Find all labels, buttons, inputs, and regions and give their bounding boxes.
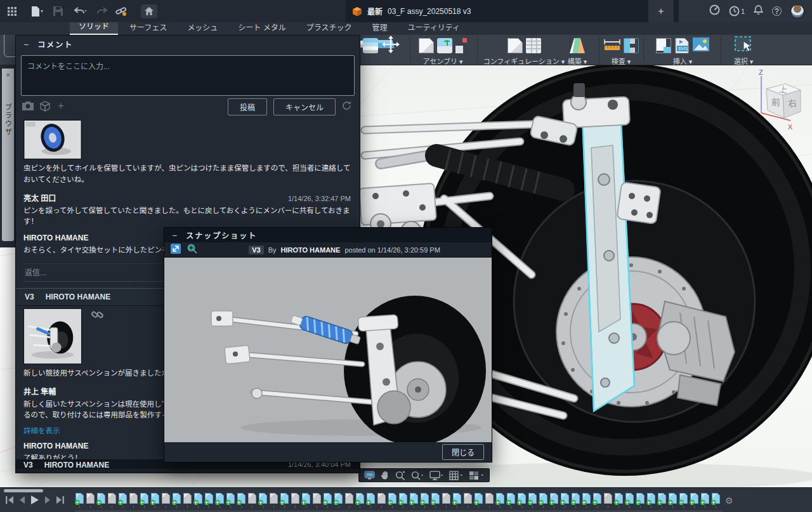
display-settings-icon[interactable] <box>429 471 443 480</box>
press-pull-icon[interactable] <box>363 38 378 53</box>
save-icon[interactable] <box>49 4 66 18</box>
configuration-group-label[interactable]: コンフィギュレーション ▾ <box>480 56 568 66</box>
timeline-feature-icon[interactable] <box>140 493 150 508</box>
move-icon[interactable] <box>381 35 400 56</box>
step-back-button[interactable] <box>18 496 26 504</box>
timeline-feature-icon[interactable] <box>312 493 323 508</box>
timeline-feature-icon[interactable] <box>258 493 269 508</box>
pan-hand-icon[interactable] <box>381 471 390 480</box>
measure-icon[interactable] <box>604 38 620 53</box>
timeline-feature-icon[interactable] <box>161 493 172 508</box>
user-avatar[interactable] <box>790 4 804 18</box>
timeline-feature-icon[interactable] <box>560 493 571 508</box>
notifications-clock-icon[interactable]: 1 <box>729 6 745 16</box>
timeline-feature-icon[interactable] <box>183 493 193 508</box>
joint-icon[interactable] <box>455 38 467 53</box>
timeline-feature-icon[interactable] <box>172 493 183 508</box>
timeline-settings-gear-icon[interactable]: ⚙ <box>725 496 733 506</box>
share-link-icon[interactable] <box>113 4 129 18</box>
insert-svg-icon[interactable]: SVG <box>674 38 690 53</box>
timeline-feature-icon[interactable] <box>129 493 140 508</box>
insert-image-icon[interactable] <box>693 37 709 54</box>
timeline-feature-icon[interactable] <box>75 493 86 508</box>
zoom-icon[interactable] <box>395 471 405 480</box>
timeline-feature-icon[interactable] <box>86 493 96 508</box>
close-snapshot-button[interactable]: 閉じる <box>442 444 484 460</box>
timeline-feature-icon[interactable] <box>215 493 226 508</box>
timeline-feature-icon[interactable] <box>625 493 636 508</box>
add-attachment-icon[interactable]: + <box>58 101 69 112</box>
zoom-window-icon[interactable] <box>187 244 197 256</box>
construction-plane-icon[interactable] <box>570 38 585 53</box>
timeline-feature-icon[interactable] <box>204 493 215 508</box>
timeline-feature-icon[interactable] <box>377 493 388 508</box>
timeline-feature-icon[interactable] <box>485 493 495 508</box>
new-component-icon[interactable] <box>419 38 434 53</box>
timeline-feature-icon[interactable] <box>334 493 344 508</box>
timeline-feature-icon[interactable] <box>420 493 431 508</box>
named-views-icon[interactable] <box>364 471 375 480</box>
attach-screenshot-icon[interactable] <box>22 101 34 112</box>
viewports-icon[interactable] <box>469 471 484 480</box>
timeline-feature-icon[interactable] <box>96 493 107 508</box>
linked-snapshot-icon[interactable] <box>91 310 103 325</box>
timeline-feature-icon[interactable] <box>431 493 442 508</box>
timeline-feature-icon[interactable] <box>517 493 528 508</box>
new-tab-button[interactable]: + <box>648 0 674 22</box>
cancel-comment-button[interactable]: キャンセル <box>273 98 336 115</box>
timeline-feature-icon[interactable] <box>549 493 560 508</box>
timeline-feature-icon[interactable] <box>636 493 646 508</box>
play-button[interactable] <box>30 495 39 505</box>
timeline-feature-icon[interactable] <box>388 493 398 508</box>
attach-view-icon[interactable] <box>40 101 51 112</box>
document-tab[interactable]: 最新 03_F assy_20250518 v3 ✕ <box>346 0 679 22</box>
timeline-feature-icon[interactable] <box>237 493 247 508</box>
expand-snapshot-icon[interactable] <box>171 244 181 256</box>
browser-panel-tab[interactable]: » ブラウザ <box>2 69 14 241</box>
timeline-feature-icon[interactable] <box>690 493 700 508</box>
help-icon[interactable]: ? <box>772 6 782 16</box>
refresh-comments-icon[interactable] <box>342 101 353 112</box>
timeline-feature-icon[interactable] <box>398 493 409 508</box>
select-icon[interactable] <box>735 36 752 55</box>
timeline-feature-icon[interactable] <box>301 493 312 508</box>
collapse-dialog-icon[interactable]: − <box>172 230 178 240</box>
go-to-end-button[interactable] <box>56 496 65 504</box>
timeline-feature-icon[interactable] <box>280 493 291 508</box>
timeline-feature-icon[interactable] <box>700 493 711 508</box>
app-grid-menu-icon[interactable] <box>4 4 20 18</box>
timeline-feature-icon[interactable] <box>495 493 506 508</box>
add-component-icon[interactable] <box>437 38 452 53</box>
timeline-feature-icon[interactable] <box>506 493 517 508</box>
configuration-table-icon[interactable] <box>526 38 541 53</box>
bell-icon[interactable] <box>754 5 763 18</box>
timeline-scrollbar[interactable] <box>4 489 43 492</box>
timeline-feature-icon[interactable] <box>269 493 280 508</box>
construct-group-label[interactable]: 構築 ▾ <box>558 56 596 66</box>
post-comment-button[interactable]: 投稿 <box>228 98 267 115</box>
timeline-feature-icon[interactable] <box>291 493 301 508</box>
step-forward-button[interactable] <box>44 496 51 504</box>
timeline-feature-icon[interactable] <box>657 493 668 508</box>
timeline-feature-icon[interactable] <box>474 493 485 508</box>
timeline-feature-icon[interactable] <box>603 493 614 508</box>
snapshot-dialog-header[interactable]: − スナップショット <box>164 228 492 242</box>
comment-thumbnail[interactable] <box>23 308 82 364</box>
job-status-icon[interactable] <box>709 4 720 18</box>
inspect-group-label[interactable]: 検査 ▾ <box>601 56 641 66</box>
timeline-feature-icon[interactable] <box>614 493 625 508</box>
timeline-feature-icon[interactable] <box>366 493 377 508</box>
insert-group-label[interactable]: 挿入 ▾ <box>648 56 717 66</box>
select-group-label[interactable]: 選択 ▾ <box>723 56 764 66</box>
timeline-feature-icon[interactable] <box>593 493 603 508</box>
assembly-group-label[interactable]: アセンブリ ▾ <box>412 56 473 66</box>
configure-icon[interactable] <box>508 38 523 53</box>
timeline-feature-icon[interactable] <box>150 493 161 508</box>
timeline-feature-icon[interactable] <box>571 493 582 508</box>
timeline-feature-icon[interactable] <box>355 493 366 508</box>
undo-icon[interactable] <box>72 4 89 18</box>
timeline-feature-icon[interactable] <box>442 493 452 508</box>
file-menu-icon[interactable] <box>29 4 46 18</box>
section-analysis-icon[interactable] <box>624 38 639 53</box>
comment-thumbnail[interactable] <box>23 120 82 159</box>
